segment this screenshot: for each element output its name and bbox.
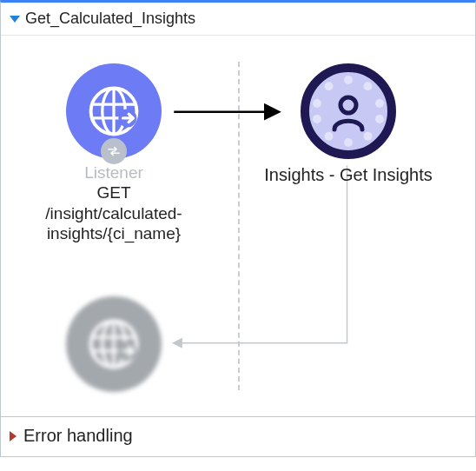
panel-title: Get_Calculated_Insights (25, 10, 195, 28)
flow-canvas[interactable]: Listener GET /insight/calculated-insight… (1, 35, 475, 417)
svg-point-10 (375, 115, 384, 123)
insights-icon-wrap (301, 63, 396, 159)
listener-title: Listener (27, 164, 201, 182)
error-handling-header[interactable]: Error handling (1, 417, 475, 456)
caret-down-icon (10, 16, 20, 23)
panel-header[interactable]: Get_Calculated_Insights (1, 3, 475, 35)
svg-point-14 (313, 115, 321, 123)
node-insights[interactable]: Insights - Get Insights (261, 63, 435, 186)
svg-point-12 (344, 138, 353, 147)
svg-point-11 (364, 132, 373, 141)
user-circle-icon (301, 63, 396, 159)
flow-panel: Get_Calculated_Insights (0, 0, 476, 457)
svg-point-13 (325, 132, 334, 141)
lane-divider (238, 62, 240, 390)
svg-point-9 (375, 99, 384, 108)
svg-point-17 (340, 97, 356, 113)
listener-icon-wrap (66, 63, 162, 159)
globe-arrow-icon (66, 296, 162, 392)
svg-point-15 (313, 99, 321, 108)
caret-right-icon (10, 431, 17, 441)
insights-title: Insights - Get Insights (261, 164, 435, 186)
node-response[interactable] (27, 296, 201, 397)
response-icon-wrap (66, 296, 162, 392)
listener-subtitle: GET /insight/calculated-insights/{ci_nam… (27, 182, 201, 244)
node-listener[interactable]: Listener GET /insight/calculated-insight… (27, 63, 201, 244)
swap-icon (101, 138, 127, 164)
svg-point-7 (344, 76, 353, 84)
error-handling-title: Error handling (23, 426, 133, 446)
